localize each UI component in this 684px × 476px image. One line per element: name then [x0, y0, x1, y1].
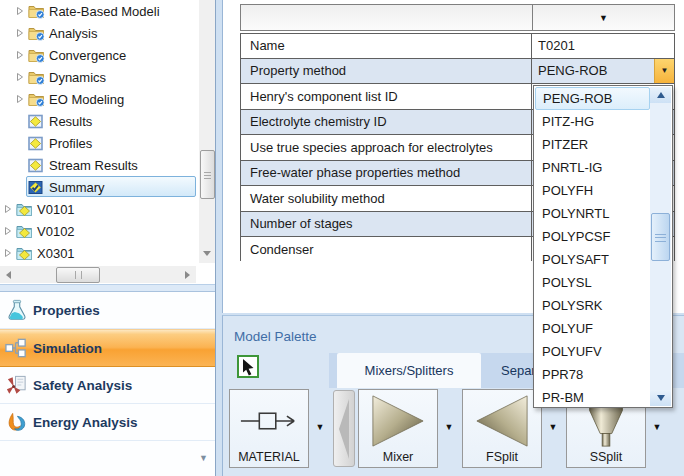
tree-item[interactable]: Summary: [0, 176, 199, 198]
grid-row-label: Number of stages: [241, 212, 532, 237]
nav-items-container: PropertiesSimulationSafety AnalysisEnerg…: [0, 292, 216, 441]
fsplit-icon: [463, 393, 541, 449]
tree-item[interactable]: EO Modeling: [0, 88, 199, 110]
nav-button-properties[interactable]: Properties: [0, 292, 216, 329]
expand-arrow-icon[interactable]: [4, 248, 16, 258]
dropdown-option[interactable]: POLYFH: [535, 179, 650, 202]
expand-arrow-icon[interactable]: [16, 94, 28, 104]
nav-button-simulation[interactable]: Simulation: [0, 329, 216, 367]
energy-analysis-icon: [3, 410, 30, 434]
grid-row: NameT0201: [240, 33, 675, 59]
tree-scroll-right-icon[interactable]: [179, 266, 196, 283]
checked-folder-icon: [28, 48, 47, 63]
material-stream-icon: [230, 393, 308, 449]
select-cursor-button[interactable]: [237, 355, 259, 378]
tree-item[interactable]: Dynamics: [0, 66, 199, 88]
tree-item[interactable]: Analysis: [0, 22, 199, 44]
nav-button-energy-analysis[interactable]: Energy Analysis: [0, 404, 216, 441]
palette-scroll-left-button[interactable]: [333, 390, 355, 467]
form-icon: [28, 114, 47, 129]
dropdown-scroll-thumb[interactable]: [651, 213, 670, 261]
block-folder-icon: [16, 202, 35, 217]
dropdown-scroll-down-icon[interactable]: [650, 390, 671, 406]
dropdown-option[interactable]: PITZER: [535, 133, 650, 156]
palette-model-dropdown-icon[interactable]: ▼: [313, 420, 327, 434]
dropdown-option[interactable]: POLYSAFT: [535, 248, 650, 271]
grid-row-label: Henry's component list ID: [241, 84, 532, 109]
dropdown-option[interactable]: PR-BM: [535, 386, 650, 409]
expand-arrow-icon[interactable]: [16, 28, 28, 38]
tree-item[interactable]: Rate-Based Modeli: [0, 0, 199, 22]
expand-arrow-icon[interactable]: [4, 204, 16, 214]
tree-vertical-scrollbar[interactable]: [199, 0, 215, 263]
expand-arrow-icon[interactable]: [16, 72, 28, 82]
palette-model-fsplit[interactable]: FSplit: [462, 389, 542, 468]
tree-item-label: Rate-Based Modeli: [47, 4, 160, 19]
tree-item[interactable]: Stream Results: [0, 154, 199, 176]
expand-arrow-icon[interactable]: [16, 6, 28, 16]
tree-item[interactable]: Profiles: [0, 132, 199, 154]
palette-model-dropdown-icon[interactable]: ▼: [546, 420, 560, 434]
palette-model-label: FSplit: [463, 450, 541, 464]
dropdown-option[interactable]: POLYUFV: [535, 340, 650, 363]
panel-divider: [215, 0, 216, 476]
dropdown-scroll-up-icon[interactable]: [650, 87, 671, 103]
dropdown-option[interactable]: POLYNRTL: [535, 202, 650, 225]
tree-hscroll-thumb[interactable]: [56, 267, 100, 283]
dropdown-option[interactable]: PPR78: [535, 363, 650, 386]
tree-scroll-down-icon[interactable]: [199, 246, 215, 261]
safety-analysis-icon: [3, 373, 30, 397]
dropdown-option[interactable]: PNRTL-IG: [535, 156, 650, 179]
tree-item-label: EO Modeling: [47, 92, 124, 107]
combo-dropdown-button[interactable]: ▼: [654, 59, 674, 84]
palette-tab-mixerssplitters[interactable]: Mixers/Splitters: [337, 353, 481, 388]
form-icon: [28, 136, 47, 151]
palette-model-dropdown-icon[interactable]: ▼: [650, 420, 664, 434]
dropdown-option[interactable]: POLYSL: [535, 271, 650, 294]
flowsheet-tree-panel: Rate-Based ModeliAnalysisConvergenceDyna…: [0, 0, 215, 284]
nav-button-safety-analysis[interactable]: Safety Analysis: [0, 367, 216, 404]
tree-item[interactable]: X0301: [0, 242, 199, 264]
tree-scroll-left-icon[interactable]: [0, 266, 17, 283]
column-dropdown-icon[interactable]: ▼: [599, 13, 608, 23]
tree-item-label: Profiles: [47, 136, 92, 151]
block-folder-icon: [16, 224, 35, 239]
grid-row-label: Use true species approach for electrolyt…: [241, 135, 532, 160]
palette-model-label: MATERIAL: [230, 450, 308, 464]
flowsheet-tree: Rate-Based ModeliAnalysisConvergenceDyna…: [0, 0, 199, 264]
checked-folder-icon: [28, 26, 47, 41]
grid-row-value[interactable]: T0201: [532, 34, 674, 58]
aspen-plus-window: Rate-Based ModeliAnalysisConvergenceDyna…: [0, 0, 684, 476]
nav-button-label: Properties: [30, 303, 100, 318]
tree-item-label: V0102: [35, 224, 75, 239]
checked-form-icon: [28, 180, 47, 195]
dropdown-option[interactable]: PENG-ROB: [535, 87, 650, 110]
palette-model-mixer[interactable]: Mixer: [358, 389, 438, 468]
tree-horizontal-scrollbar[interactable]: [0, 266, 196, 283]
tree-item[interactable]: V0101: [0, 198, 199, 220]
model-palette-title: Model Palette: [234, 329, 317, 344]
dropdown-scrollbar[interactable]: [650, 87, 671, 406]
palette-model-material[interactable]: MATERIAL: [229, 389, 309, 468]
tree-item-label: Dynamics: [47, 70, 106, 85]
tree-item[interactable]: Convergence: [0, 44, 199, 66]
more-models-arrow-icon[interactable]: ▼: [199, 453, 208, 463]
expand-arrow-icon[interactable]: [16, 50, 28, 60]
dropdown-option[interactable]: POLYSRK: [535, 294, 650, 317]
mixer-icon: [359, 393, 437, 449]
palette-model-dropdown-icon[interactable]: ▼: [442, 420, 456, 434]
tree-vscroll-thumb[interactable]: [200, 150, 215, 199]
grid-header-value-cell[interactable]: ▼: [533, 5, 674, 30]
grid-row-label: Property method: [241, 59, 532, 84]
nav-button-label: Safety Analysis: [30, 378, 132, 393]
dropdown-option[interactable]: POLYPCSF: [535, 225, 650, 248]
tree-item-label: Stream Results: [47, 158, 138, 173]
expand-arrow-icon[interactable]: [4, 226, 16, 236]
checked-folder-icon: [28, 70, 47, 85]
tree-item-label: X0301: [35, 246, 75, 261]
tree-item[interactable]: Results: [0, 110, 199, 132]
tree-item[interactable]: V0102: [0, 220, 199, 242]
grid-row-value[interactable]: PENG-ROB▼: [532, 59, 674, 84]
dropdown-option[interactable]: POLYUF: [535, 317, 650, 340]
dropdown-option[interactable]: PITZ-HG: [535, 110, 650, 133]
